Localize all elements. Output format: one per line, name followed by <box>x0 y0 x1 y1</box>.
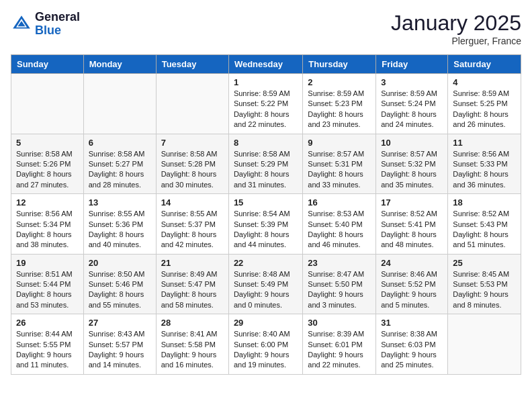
calendar-cell: 2Sunrise: 8:59 AMSunset: 5:23 PMDaylight… <box>303 74 376 134</box>
day-number: 22 <box>234 258 298 268</box>
calendar-cell: 17Sunrise: 8:52 AMSunset: 5:41 PMDayligh… <box>376 194 448 255</box>
day-number: 20 <box>89 258 151 268</box>
month-title: January 2025 <box>391 11 521 36</box>
calendar-week-row: 1Sunrise: 8:59 AMSunset: 5:22 PMDaylight… <box>11 74 521 134</box>
calendar-cell: 23Sunrise: 8:47 AMSunset: 5:50 PMDayligh… <box>303 254 376 314</box>
calendar-cell: 4Sunrise: 8:59 AMSunset: 5:25 PMDaylight… <box>448 74 521 134</box>
calendar-cell: 19Sunrise: 8:51 AMSunset: 5:44 PMDayligh… <box>11 254 84 314</box>
day-info: Sunrise: 8:52 AMSunset: 5:41 PMDaylight:… <box>381 209 443 250</box>
weekday-header: Saturday <box>448 55 521 74</box>
calendar-cell: 1Sunrise: 8:59 AMSunset: 5:22 PMDaylight… <box>228 74 302 134</box>
calendar-week-row: 12Sunrise: 8:56 AMSunset: 5:34 PMDayligh… <box>11 194 521 255</box>
calendar-cell: 25Sunrise: 8:45 AMSunset: 5:53 PMDayligh… <box>448 254 521 314</box>
day-info: Sunrise: 8:58 AMSunset: 5:28 PMDaylight:… <box>161 149 224 191</box>
calendar-cell: 20Sunrise: 8:50 AMSunset: 5:46 PMDayligh… <box>83 254 156 314</box>
calendar-week-row: 5Sunrise: 8:58 AMSunset: 5:26 PMDaylight… <box>11 134 521 194</box>
calendar-cell: 31Sunrise: 8:38 AMSunset: 6:03 PMDayligh… <box>376 314 448 375</box>
calendar-header: SundayMondayTuesdayWednesdayThursdayFrid… <box>11 55 521 74</box>
calendar-cell: 13Sunrise: 8:55 AMSunset: 5:36 PMDayligh… <box>83 194 156 255</box>
day-number: 30 <box>308 318 371 328</box>
weekday-header-row: SundayMondayTuesdayWednesdayThursdayFrid… <box>11 55 521 74</box>
day-info: Sunrise: 8:59 AMSunset: 5:24 PMDaylight:… <box>381 89 443 130</box>
weekday-header: Thursday <box>303 55 376 74</box>
calendar-cell: 15Sunrise: 8:54 AMSunset: 5:39 PMDayligh… <box>228 194 302 255</box>
day-info: Sunrise: 8:57 AMSunset: 5:32 PMDaylight:… <box>381 149 443 191</box>
calendar-body: 1Sunrise: 8:59 AMSunset: 5:22 PMDaylight… <box>11 74 521 375</box>
day-number: 11 <box>453 138 516 148</box>
day-number: 17 <box>381 197 443 208</box>
calendar-cell: 16Sunrise: 8:53 AMSunset: 5:40 PMDayligh… <box>303 194 376 255</box>
calendar-week-row: 26Sunrise: 8:44 AMSunset: 5:55 PMDayligh… <box>11 314 521 375</box>
weekday-header: Monday <box>83 55 156 74</box>
day-number: 31 <box>381 318 443 328</box>
day-number: 24 <box>381 258 443 268</box>
day-number: 7 <box>161 138 224 148</box>
calendar-cell <box>156 74 228 134</box>
calendar-cell: 10Sunrise: 8:57 AMSunset: 5:32 PMDayligh… <box>376 134 448 194</box>
day-number: 8 <box>234 138 298 148</box>
day-info: Sunrise: 8:53 AMSunset: 5:40 PMDaylight:… <box>308 209 371 250</box>
day-info: Sunrise: 8:41 AMSunset: 5:58 PMDaylight:… <box>161 329 224 371</box>
calendar-cell: 26Sunrise: 8:44 AMSunset: 5:55 PMDayligh… <box>11 314 84 375</box>
location: Plerguer, France <box>391 36 521 46</box>
day-number: 27 <box>89 318 151 328</box>
day-info: Sunrise: 8:59 AMSunset: 5:22 PMDaylight:… <box>234 89 298 130</box>
day-number: 9 <box>308 138 371 148</box>
calendar-cell: 29Sunrise: 8:40 AMSunset: 6:00 PMDayligh… <box>228 314 302 375</box>
weekday-header: Sunday <box>11 55 84 74</box>
day-info: Sunrise: 8:40 AMSunset: 6:00 PMDaylight:… <box>234 329 298 371</box>
day-info: Sunrise: 8:50 AMSunset: 5:46 PMDaylight:… <box>89 269 151 311</box>
day-info: Sunrise: 8:56 AMSunset: 5:34 PMDaylight:… <box>16 209 79 250</box>
day-number: 18 <box>453 197 516 208</box>
day-info: Sunrise: 8:38 AMSunset: 6:03 PMDaylight:… <box>381 329 443 371</box>
calendar-cell: 14Sunrise: 8:55 AMSunset: 5:37 PMDayligh… <box>156 194 228 255</box>
day-number: 6 <box>89 138 151 148</box>
logo-text: General Blue <box>35 11 80 38</box>
calendar-cell: 30Sunrise: 8:39 AMSunset: 6:01 PMDayligh… <box>303 314 376 375</box>
day-info: Sunrise: 8:39 AMSunset: 6:01 PMDaylight:… <box>308 329 371 371</box>
logo-blue: Blue <box>35 24 80 38</box>
calendar-cell: 3Sunrise: 8:59 AMSunset: 5:24 PMDaylight… <box>376 74 448 134</box>
calendar-cell: 22Sunrise: 8:48 AMSunset: 5:49 PMDayligh… <box>228 254 302 314</box>
calendar-cell: 27Sunrise: 8:43 AMSunset: 5:57 PMDayligh… <box>83 314 156 375</box>
calendar-cell: 18Sunrise: 8:52 AMSunset: 5:43 PMDayligh… <box>448 194 521 255</box>
day-number: 28 <box>161 318 224 328</box>
logo-general: General <box>35 11 80 24</box>
day-number: 13 <box>89 197 151 208</box>
calendar-cell: 21Sunrise: 8:49 AMSunset: 5:47 PMDayligh… <box>156 254 228 314</box>
day-number: 21 <box>161 258 224 268</box>
calendar-cell <box>83 74 156 134</box>
day-info: Sunrise: 8:54 AMSunset: 5:39 PMDaylight:… <box>234 209 298 250</box>
day-info: Sunrise: 8:58 AMSunset: 5:26 PMDaylight:… <box>16 149 79 191</box>
day-info: Sunrise: 8:49 AMSunset: 5:47 PMDaylight:… <box>161 269 224 311</box>
calendar-cell: 28Sunrise: 8:41 AMSunset: 5:58 PMDayligh… <box>156 314 228 375</box>
calendar-cell <box>448 314 521 375</box>
day-info: Sunrise: 8:44 AMSunset: 5:55 PMDaylight:… <box>16 329 79 371</box>
day-info: Sunrise: 8:46 AMSunset: 5:52 PMDaylight:… <box>381 269 443 311</box>
day-number: 23 <box>308 258 371 268</box>
day-info: Sunrise: 8:55 AMSunset: 5:37 PMDaylight:… <box>161 209 224 250</box>
day-info: Sunrise: 8:52 AMSunset: 5:43 PMDaylight:… <box>453 209 516 250</box>
calendar-cell: 8Sunrise: 8:58 AMSunset: 5:29 PMDaylight… <box>228 134 302 194</box>
weekday-header: Tuesday <box>156 55 228 74</box>
day-number: 19 <box>16 258 79 268</box>
calendar-cell: 9Sunrise: 8:57 AMSunset: 5:31 PMDaylight… <box>303 134 376 194</box>
day-info: Sunrise: 8:43 AMSunset: 5:57 PMDaylight:… <box>89 329 151 371</box>
day-info: Sunrise: 8:48 AMSunset: 5:49 PMDaylight:… <box>234 269 298 311</box>
title-block: January 2025 Plerguer, France <box>391 11 521 46</box>
day-info: Sunrise: 8:55 AMSunset: 5:36 PMDaylight:… <box>89 209 151 250</box>
day-number: 4 <box>453 77 516 87</box>
calendar-cell: 12Sunrise: 8:56 AMSunset: 5:34 PMDayligh… <box>11 194 84 255</box>
day-info: Sunrise: 8:45 AMSunset: 5:53 PMDaylight:… <box>453 269 516 311</box>
calendar-cell: 11Sunrise: 8:56 AMSunset: 5:33 PMDayligh… <box>448 134 521 194</box>
day-number: 5 <box>16 138 79 148</box>
calendar-cell: 24Sunrise: 8:46 AMSunset: 5:52 PMDayligh… <box>376 254 448 314</box>
header: General Blue January 2025 Plerguer, Fran… <box>11 11 521 46</box>
weekday-header: Friday <box>376 55 448 74</box>
calendar-week-row: 19Sunrise: 8:51 AMSunset: 5:44 PMDayligh… <box>11 254 521 314</box>
calendar-cell: 7Sunrise: 8:58 AMSunset: 5:28 PMDaylight… <box>156 134 228 194</box>
day-info: Sunrise: 8:57 AMSunset: 5:31 PMDaylight:… <box>308 149 371 191</box>
day-info: Sunrise: 8:59 AMSunset: 5:25 PMDaylight:… <box>453 89 516 130</box>
day-number: 12 <box>16 197 79 208</box>
calendar-cell: 6Sunrise: 8:58 AMSunset: 5:27 PMDaylight… <box>83 134 156 194</box>
